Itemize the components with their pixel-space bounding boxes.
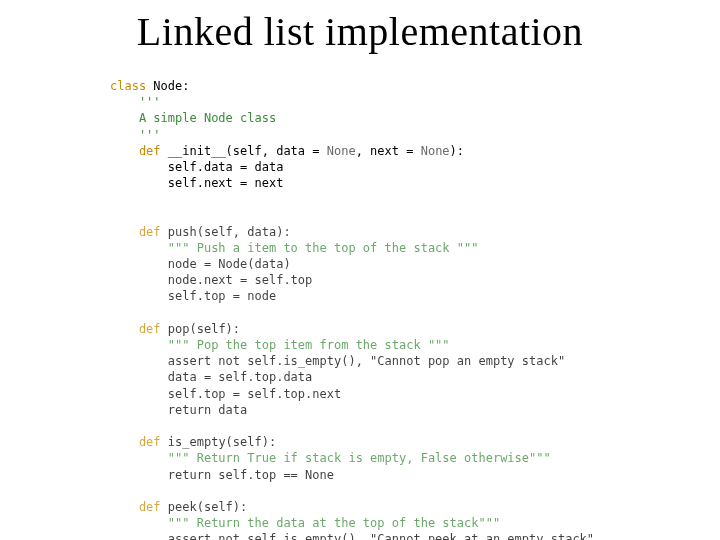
code-line: self.top = self.top.next	[110, 387, 341, 401]
code-block: class Node: ''' A simple Node class ''' …	[110, 78, 594, 540]
code-line: node = Node(data)	[110, 257, 291, 271]
code-line: push(self, data):	[161, 225, 291, 239]
code-line: data = self.top.data	[110, 370, 312, 384]
code-line: self.top = node	[110, 289, 276, 303]
code-line: return self.top == None	[110, 468, 334, 482]
code-line: is_empty(self):	[161, 435, 277, 449]
code-line: __init__(self, data =	[161, 144, 327, 158]
code-line: assert not self.is_empty(), "Cannot peek…	[110, 532, 594, 540]
code-line: self.data = data	[110, 160, 283, 174]
code-line: peek(self):	[161, 500, 248, 514]
slide-title: Linked list implementation	[0, 8, 720, 55]
code-line: '''	[110, 128, 161, 142]
code-line: , next =	[356, 144, 421, 158]
code-line: def	[110, 322, 161, 336]
code-line: """ Push a item to the top of the stack …	[110, 241, 478, 255]
code-line: """ Pop the top item from the stack """	[110, 338, 450, 352]
code-line: def	[110, 435, 161, 449]
code-line: '''	[110, 95, 161, 109]
code-line: node.next = self.top	[110, 273, 312, 287]
code-line: assert not self.is_empty(), "Cannot pop …	[110, 354, 565, 368]
code-line: def	[110, 225, 161, 239]
slide: Linked list implementation class Node: '…	[0, 0, 720, 540]
code-line: class	[110, 79, 146, 93]
code-line: None	[327, 144, 356, 158]
code-line: """ Return the data at the top of the st…	[110, 516, 500, 530]
code-line: def	[110, 144, 161, 158]
code-line: A simple Node class	[110, 111, 276, 125]
code-line: def	[110, 500, 161, 514]
code-line: return data	[110, 403, 247, 417]
code-line: Node:	[146, 79, 189, 93]
code-line: None	[421, 144, 450, 158]
code-line: self.next = next	[110, 176, 283, 190]
code-line: pop(self):	[161, 322, 240, 336]
code-line: ):	[450, 144, 464, 158]
code-line: """ Return True if stack is empty, False…	[110, 451, 551, 465]
